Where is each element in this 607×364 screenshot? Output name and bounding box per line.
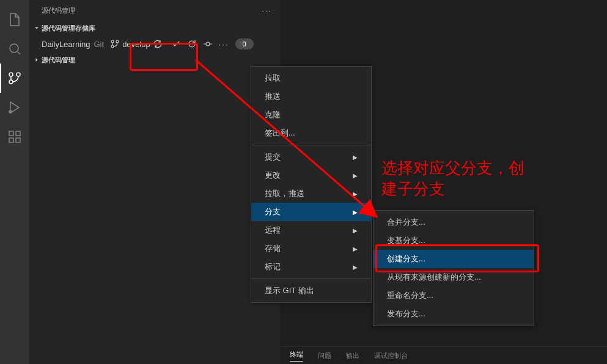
menu-item-tags[interactable]: 标记▶ xyxy=(251,258,371,276)
chevron-right-icon: ▶ xyxy=(353,227,358,234)
extensions-icon[interactable] xyxy=(0,122,29,151)
sync-icon xyxy=(153,39,163,49)
submenu-create-branch-from[interactable]: 从现有来源创建新的分支... xyxy=(373,268,534,286)
source-control-sidebar: 源代码管理 ··· 源代码管理存储库 DailyLearning Git dev… xyxy=(29,0,280,364)
menu-item-stash[interactable]: 存储▶ xyxy=(251,239,371,258)
chevron-right-icon: ▶ xyxy=(353,246,358,252)
svg-rect-6 xyxy=(16,131,20,136)
chevron-right-icon: ▶ xyxy=(353,191,358,197)
more-icon[interactable]: ··· xyxy=(262,7,271,15)
submenu-publish-branch[interactable]: 发布分支... xyxy=(373,305,534,323)
svg-point-0 xyxy=(10,44,18,53)
section-header-label: 源代码管理存储库 xyxy=(42,24,95,33)
svg-point-3 xyxy=(9,73,13,76)
section-header-label: 源代码管理 xyxy=(42,56,75,65)
svg-rect-7 xyxy=(9,138,13,142)
menu-item-clone[interactable]: 克隆 xyxy=(251,106,371,124)
submenu-rebase-branch[interactable]: 变基分支... xyxy=(373,231,534,250)
commit-icon[interactable] xyxy=(203,39,213,49)
tab-debug-console[interactable]: 调试控制台 xyxy=(374,351,408,360)
source-control-icon[interactable] xyxy=(0,64,29,93)
menu-item-pull[interactable]: 拉取 xyxy=(251,69,371,87)
svg-point-11 xyxy=(111,45,114,48)
repo-row[interactable]: DailyLearning Git develop ··· 0 xyxy=(29,35,280,53)
run-debug-icon[interactable] xyxy=(0,93,29,122)
menu-item-changes[interactable]: 更改▶ xyxy=(251,166,371,184)
menu-separator xyxy=(251,145,371,145)
menu-item-show-git-output[interactable]: 显示 GIT 输出 xyxy=(251,282,371,300)
branch-indicator[interactable]: develop xyxy=(110,39,163,49)
menu-separator xyxy=(251,278,371,279)
search-icon[interactable] xyxy=(0,34,29,64)
refresh-icon[interactable] xyxy=(187,39,197,49)
tab-terminal[interactable]: 终端 xyxy=(290,350,303,362)
repo-type: Git xyxy=(94,40,105,49)
repo-name: DailyLearning xyxy=(42,40,90,49)
menu-item-remote[interactable]: 远程▶ xyxy=(251,221,371,239)
check-icon[interactable] xyxy=(171,39,181,49)
chevron-right-icon: ▶ xyxy=(353,264,358,271)
chevron-right-icon: ▶ xyxy=(353,172,358,179)
explorer-icon[interactable] xyxy=(0,5,29,34)
pending-changes-badge: 0 xyxy=(235,38,254,49)
scm-context-menu: 拉取 推送 克隆 签出到... 提交▶ 更改▶ 拉取，推送▶ 分支▶ 远程▶ 存… xyxy=(251,66,372,303)
chevron-down-icon xyxy=(32,24,42,32)
menu-item-commit[interactable]: 提交▶ xyxy=(251,148,371,166)
sidebar-title: 源代码管理 xyxy=(42,6,75,15)
section-header-repos[interactable]: 源代码管理存储库 xyxy=(29,21,280,35)
svg-point-10 xyxy=(116,40,119,43)
svg-point-9 xyxy=(111,40,114,43)
svg-point-2 xyxy=(9,80,13,84)
tab-output[interactable]: 输出 xyxy=(346,351,359,360)
svg-point-1 xyxy=(17,73,20,76)
svg-rect-5 xyxy=(9,131,13,136)
submenu-rename-branch[interactable]: 重命名分支... xyxy=(373,286,534,305)
branch-name: develop xyxy=(122,40,150,49)
submenu-merge-branch[interactable]: 合并分支... xyxy=(373,213,534,231)
svg-rect-8 xyxy=(16,138,20,142)
submenu-create-branch[interactable]: 创建分支... xyxy=(373,250,534,268)
tab-problems[interactable]: 问题 xyxy=(318,351,331,360)
menu-item-checkout[interactable]: 签出到... xyxy=(251,124,371,142)
sidebar-title-bar: 源代码管理 ··· xyxy=(29,0,280,21)
chevron-right-icon: ▶ xyxy=(353,154,358,161)
branch-icon xyxy=(110,39,120,49)
more-actions-icon[interactable]: ··· xyxy=(219,40,229,49)
section-header-scm[interactable]: 源代码管理 xyxy=(29,53,280,67)
chevron-right-icon: ▶ xyxy=(353,209,358,216)
activity-bar xyxy=(0,0,29,364)
chevron-right-icon xyxy=(32,56,42,64)
menu-item-branch[interactable]: 分支▶ xyxy=(251,203,371,221)
panel-tabs: 终端 问题 输出 调试控制台 xyxy=(280,346,607,364)
menu-item-pull-push[interactable]: 拉取，推送▶ xyxy=(251,184,371,203)
svg-point-12 xyxy=(206,42,210,46)
branch-submenu: 合并分支... 变基分支... 创建分支... 从现有来源创建新的分支... 重… xyxy=(373,210,534,326)
menu-item-push[interactable]: 推送 xyxy=(251,87,371,106)
